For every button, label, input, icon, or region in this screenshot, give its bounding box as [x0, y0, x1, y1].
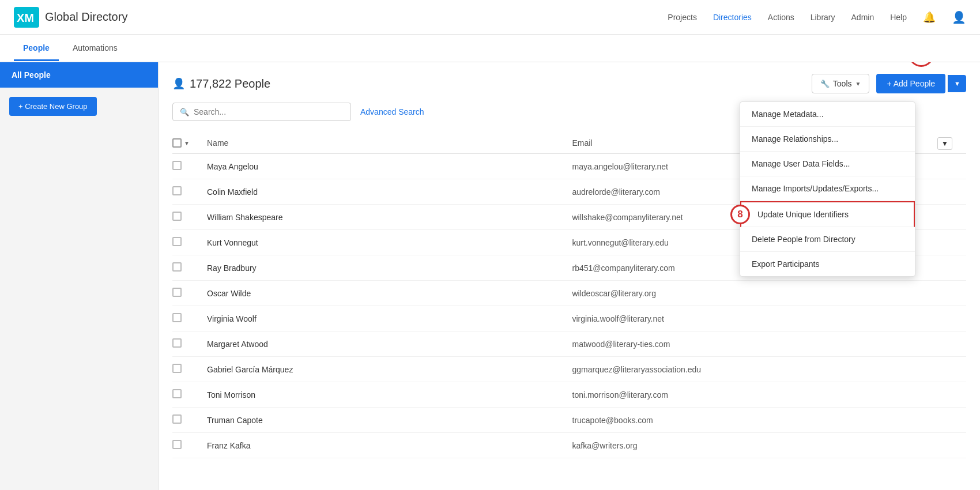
nav-link-library[interactable]: Library [811, 13, 835, 22]
update-unique-identifiers-label: Update Unique Identifiers [757, 210, 849, 219]
tools-button[interactable]: 🔧 Tools ▼ [812, 74, 870, 93]
advanced-search-link[interactable]: Advanced Search [360, 107, 424, 116]
row-check [172, 389, 207, 400]
row-check [172, 338, 207, 349]
table-row: Margaret Atwood matwood@literary-ties.co… [172, 331, 966, 357]
table-row: Oscar Wilde wildeoscar@literary.org [172, 281, 966, 306]
row-check [172, 440, 207, 451]
wrench-icon: 🔧 [820, 80, 830, 88]
row-checkbox[interactable] [172, 288, 182, 297]
row-check [172, 161, 207, 172]
row-check [172, 414, 207, 425]
dropdown-item-manage-user-data[interactable]: Manage User Data Fields... [740, 152, 915, 176]
header-check: ▼ [172, 138, 207, 148]
xm-logo[interactable]: XM [14, 7, 39, 28]
row-checkbox[interactable] [172, 440, 182, 449]
row-name: Virginia Woolf [207, 314, 572, 323]
dropdown-item-manage-imports[interactable]: Manage Imports/Updates/Exports... [740, 176, 915, 201]
row-name: William Shakespeare [207, 213, 572, 222]
dropdown-item-manage-relationships[interactable]: Manage Relationships... [740, 127, 915, 152]
row-email: ggmarquez@literaryassociation.edu [572, 365, 938, 374]
nav-links: Projects Directories Actions Library Adm… [668, 10, 966, 24]
row-email: wildeoscar@literary.org [572, 289, 938, 298]
dropdown-item-manage-metadata[interactable]: Manage Metadata... [740, 102, 915, 127]
row-name: Oscar Wilde [207, 289, 572, 298]
nav-link-actions[interactable]: Actions [768, 13, 794, 22]
row-email: trucapote@books.com [572, 416, 938, 425]
logo-area: XM Global Directory [14, 7, 127, 28]
header-name: Name [207, 138, 572, 148]
main-layout: All People + Create New Group 👤 177,822 … [0, 62, 980, 490]
table-row: Truman Capote trucapote@books.com [172, 408, 966, 433]
row-name: Truman Capote [207, 416, 572, 425]
create-new-group-button[interactable]: + Create New Group [9, 97, 97, 116]
checkbox-chevron-icon[interactable]: ▼ [184, 140, 190, 146]
row-checkbox[interactable] [172, 262, 182, 272]
row-email: kafka@writers.org [572, 441, 938, 450]
chevron-down-icon-add[interactable]: ▼ [948, 75, 966, 92]
row-checkbox[interactable] [172, 186, 182, 195]
row-email: virginia.woolf@literary.net [572, 314, 938, 323]
row-checkbox[interactable] [172, 161, 182, 170]
table-row: Gabriel García Márquez ggmarquez@literar… [172, 357, 966, 382]
sub-nav: People Automations [0, 35, 980, 62]
people-count: 👤 177,822 People [172, 77, 270, 91]
header-chevron-icon[interactable]: ▼ [937, 137, 952, 150]
toolbar-right: 7 🔧 Tools ▼ + Add People ▼ Manage Metada… [812, 74, 966, 93]
master-checkbox[interactable] [172, 138, 182, 148]
step-7-badge: 7 [909, 62, 934, 67]
table-row: Virginia Woolf virginia.woolf@literary.n… [172, 306, 966, 331]
add-people-button[interactable]: + Add People [876, 74, 945, 93]
sidebar: All People + Create New Group [0, 62, 159, 490]
table-row: Franz Kafka kafka@writers.org [172, 433, 966, 458]
row-name: Margaret Atwood [207, 340, 572, 349]
row-check [172, 262, 207, 273]
nav-link-help[interactable]: Help [890, 13, 907, 22]
row-checkbox[interactable] [172, 389, 182, 398]
row-check [172, 212, 207, 223]
tools-dropdown-menu: Manage Metadata... Manage Relationships.… [740, 101, 915, 277]
table-row: Toni Morrison toni.morrison@literary.com [172, 382, 966, 408]
row-checkbox[interactable] [172, 364, 182, 373]
row-name: Franz Kafka [207, 441, 572, 450]
toolbar: 👤 177,822 People 7 🔧 Tools ▼ + Add Peopl… [172, 74, 966, 93]
row-email: matwood@literary-ties.com [572, 340, 938, 349]
svg-text:XM: XM [17, 12, 34, 24]
row-name: Maya Angelou [207, 162, 572, 171]
app-title: Global Directory [45, 10, 127, 24]
notification-bell-icon[interactable]: 🔔 [923, 11, 936, 24]
content-area: 👤 177,822 People 7 🔧 Tools ▼ + Add Peopl… [159, 62, 980, 490]
tab-people[interactable]: People [14, 35, 59, 61]
dropdown-item-export-participants[interactable]: Export Participants [740, 252, 915, 276]
row-checkbox[interactable] [172, 338, 182, 348]
row-check [172, 364, 207, 375]
row-name: Kurt Vonnegut [207, 238, 572, 247]
nav-link-directories[interactable]: Directories [713, 13, 752, 22]
row-checkbox[interactable] [172, 237, 182, 246]
search-input-wrap: 🔍 [172, 103, 351, 121]
header-actions: ▼ [937, 138, 966, 148]
user-avatar-icon[interactable]: 👤 [952, 10, 966, 24]
dropdown-item-delete-people[interactable]: Delete People from Directory [740, 227, 915, 252]
row-name: Toni Morrison [207, 390, 572, 399]
person-icon: 👤 [172, 77, 185, 90]
row-name: Colin Maxfield [207, 187, 572, 197]
top-nav: XM Global Directory Projects Directories… [0, 0, 980, 35]
tools-label: Tools [833, 79, 852, 88]
row-checkbox[interactable] [172, 414, 182, 424]
row-email: toni.morrison@literary.com [572, 390, 938, 399]
tab-automations[interactable]: Automations [63, 35, 127, 61]
row-check [172, 186, 207, 197]
sidebar-all-people[interactable]: All People [0, 62, 158, 88]
search-icon: 🔍 [180, 108, 189, 116]
row-checkbox[interactable] [172, 313, 182, 322]
row-check [172, 237, 207, 248]
search-input[interactable] [194, 107, 344, 116]
step-8-badge: 8 [730, 205, 750, 224]
nav-link-projects[interactable]: Projects [668, 13, 697, 22]
dropdown-item-update-unique-identifiers[interactable]: 8 Update Unique Identifiers [740, 201, 915, 227]
row-check [172, 313, 207, 324]
people-count-text: 177,822 People [190, 77, 270, 91]
nav-link-admin[interactable]: Admin [851, 13, 875, 22]
row-checkbox[interactable] [172, 212, 182, 221]
